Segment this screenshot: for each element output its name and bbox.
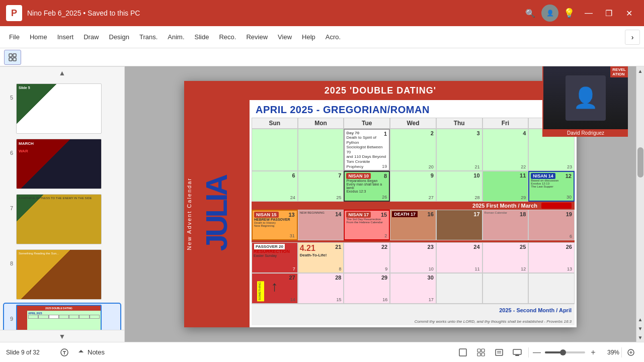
zoom-slider-thumb[interactable]: [560, 349, 566, 355]
close-button[interactable]: ✕: [620, 4, 638, 22]
scroll-down-small-button[interactable]: ▼: [636, 324, 644, 333]
verse-row: Commit thy works unto the LORD, and thy …: [252, 315, 575, 325]
header-tue: Tue: [344, 118, 390, 129]
svg-rect-9: [481, 353, 485, 356]
cell-apr3: 3 21: [436, 129, 482, 171]
webcam-video: REVELATION 👤: [543, 66, 628, 129]
menu-record[interactable]: Reco.: [214, 30, 241, 44]
cell-apr23: 23 10: [390, 242, 436, 273]
scroll-thumb[interactable]: [637, 147, 643, 177]
slide-number-8: 8: [5, 260, 13, 266]
main-area: ▲ 5 Slide 5 6 MARCH WAR 7 A FA: [0, 66, 644, 342]
cell-apr26: 26 13: [528, 242, 575, 273]
cell-empty-fri: [482, 273, 529, 304]
cell-apr20-resurrection: PASSOVER 20 RESURRECTION Easter Sunday 7: [252, 242, 298, 273]
slide-thumbnail-7[interactable]: 7 A FAITHFUL WITNESS TO THE ENEMY IN THE…: [4, 193, 120, 245]
svg-rect-7: [481, 349, 485, 352]
fit-to-window-button[interactable]: [624, 345, 638, 359]
accessibility-button[interactable]: [56, 344, 72, 360]
cell-apr16: 16 DEATH 17: [390, 210, 436, 240]
svg-rect-6: [477, 349, 480, 352]
slide-canvas[interactable]: 2025 'DOUBLE DATING' New Advent Calendar…: [184, 81, 577, 327]
menu-file[interactable]: File: [4, 30, 25, 44]
scroll-top-button[interactable]: ▲: [636, 66, 644, 75]
menu-view[interactable]: View: [273, 30, 297, 44]
user-avatar[interactable]: 👤: [541, 5, 558, 22]
zoom-in-button[interactable]: +: [587, 346, 599, 358]
window-controls: 🔍 👤 💡 — ❐ ✕: [521, 4, 638, 22]
header-fri: Fri: [482, 118, 529, 129]
minimize-button[interactable]: —: [580, 4, 598, 22]
menu-animations[interactable]: Anim.: [163, 30, 189, 44]
vertical-text-container: New Advent Calendar JULIA: [184, 100, 250, 327]
svg-rect-14: [515, 355, 519, 356]
right-scrollbar[interactable]: ▲ ▲ ▼ ▼: [636, 66, 644, 342]
slide-thumbnail-8[interactable]: 8 Something Reading the Sun...: [4, 248, 120, 301]
search-button[interactable]: 🔍: [521, 4, 539, 22]
cell-apr24: 24 11: [436, 242, 482, 273]
menu-bar: File Home Insert Draw Design Trans. Anim…: [0, 26, 644, 48]
calendar-grid: Sun Mon Tue Wed Thu Fri Sat: [252, 118, 575, 325]
scroll-down-button[interactable]: ▼: [0, 330, 124, 342]
slide-thumbnail-5[interactable]: 5 Slide 5: [4, 82, 120, 135]
menu-expand-button[interactable]: ›: [625, 30, 640, 45]
slide-preview-8: Something Reading the Sun...: [16, 249, 102, 300]
normal-view-button[interactable]: [454, 343, 472, 361]
svg-rect-0: [9, 54, 12, 57]
restore-button[interactable]: ❐: [600, 4, 618, 22]
zoom-slider[interactable]: [545, 351, 585, 353]
cell-apr6: 6 24: [252, 171, 298, 202]
svg-rect-13: [513, 349, 521, 354]
cell-apr8-nisan10: NISAN 10 8 Preparations BeganEvery man s…: [344, 171, 390, 202]
scroll-bottom-button[interactable]: ▼: [636, 333, 644, 342]
svg-rect-8: [477, 353, 480, 356]
menu-review[interactable]: Review: [241, 30, 273, 44]
cell-apr14: 14 NEW BEGINNING: [298, 210, 344, 240]
cell-empty-sat: [528, 273, 575, 304]
scroll-up-button[interactable]: ▲: [0, 66, 124, 78]
march-red-block: [541, 203, 572, 209]
slide-preview-7: A FAITHFUL WITNESS TO THE ENEMY IN THE S…: [16, 194, 102, 244]
ideas-button[interactable]: 💡: [560, 5, 578, 22]
slide-sorter-button[interactable]: [472, 343, 490, 361]
slide-thumbnail-6[interactable]: 6 MARCH WAR: [4, 138, 120, 190]
cell-apr1: 1 Day 70 Death to Spirit of PythonSociol…: [344, 129, 390, 171]
slide-preview-5: Slide 5: [16, 83, 102, 134]
menu-design[interactable]: Design: [104, 30, 134, 44]
cell-apr17: 17: [436, 210, 482, 240]
menu-acrobat[interactable]: Acro.: [320, 30, 346, 44]
menu-insert[interactable]: Insert: [52, 30, 79, 44]
julia-text: JULIA: [202, 176, 232, 251]
menu-slideshow[interactable]: Slide: [190, 30, 214, 44]
scroll-nav-buttons: ▲ ▼: [636, 315, 644, 333]
calendar-week-2: 6 24 7 25 NISAN 10 8 Preparations BeganE…: [252, 171, 575, 202]
slide-header: 2025 'DOUBLE DATING': [184, 81, 577, 100]
slide-number-5: 5: [5, 95, 13, 101]
header-wed: Wed: [390, 118, 436, 129]
slide-thumbnail-9[interactable]: 9 2025 DOUBLE DATING APRIL 2025: [4, 304, 120, 330]
svg-rect-10: [496, 349, 503, 355]
slide-list: 5 Slide 5 6 MARCH WAR 7 A FAITHFUL WITNE…: [0, 78, 124, 330]
menu-help[interactable]: Help: [297, 30, 320, 44]
calendar-week-4: PASSOVER 20 RESURRECTION Easter Sunday 7…: [252, 242, 575, 273]
notes-button[interactable]: Notes: [72, 346, 110, 358]
svg-rect-5: [459, 349, 466, 356]
cell-apr15-nisan17: NISAN 17 15 The 3rd Day ResurrectionFrom…: [344, 210, 390, 240]
zoom-slider-fill: [545, 351, 561, 353]
slide-preview-9: 2025 DOUBLE DATING APRIL 2025: [16, 305, 102, 330]
slide-count: Slide 9 of 32: [6, 349, 56, 356]
cell-empty-1: [252, 129, 298, 171]
zoom-out-button[interactable]: —: [531, 346, 543, 358]
menu-transitions[interactable]: Trans.: [134, 30, 163, 44]
reading-view-button[interactable]: [490, 343, 508, 361]
cell-apr25: 25 12: [482, 242, 529, 273]
menu-draw[interactable]: Draw: [78, 30, 104, 44]
svg-rect-3: [13, 58, 16, 61]
menu-home[interactable]: Home: [25, 30, 52, 44]
cell-apr22: 22 9: [344, 242, 390, 273]
scroll-up-small-button[interactable]: ▲: [636, 315, 644, 324]
webcam-overlay: REVELATION 👤 David Rodriguez: [542, 66, 628, 137]
cell-apr11: 11 29: [482, 171, 529, 202]
design-mode-button[interactable]: [4, 50, 21, 65]
presenter-view-button[interactable]: [508, 343, 526, 361]
